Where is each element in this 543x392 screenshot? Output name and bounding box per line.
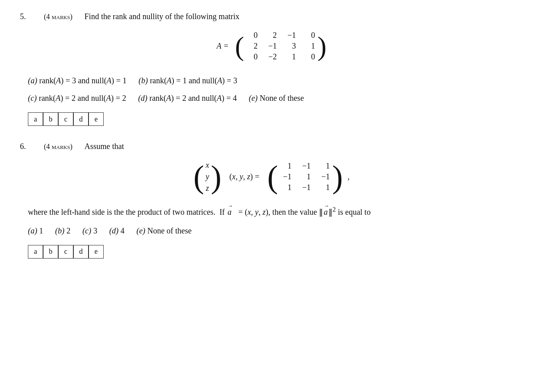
question-5-header: 5. (4 marks) Find the rank and nullity o… — [20, 12, 523, 21]
q6-answer-box-d[interactable]: d — [73, 245, 89, 259]
matrix-cell: 1 — [280, 161, 291, 171]
q6-col-vec-label: (x, y, z) = — [229, 172, 259, 181]
q6-matrix-eq: ( x y z ) (x, y, z) = ( 1 −1 1 — [193, 161, 350, 193]
matrix-row: 1 −1 1 — [280, 183, 330, 192]
matrix-cell: 0 — [304, 31, 315, 40]
q5-options-row1: (a) rank(A) = 3 and null(A) = 1 (b) rank… — [28, 73, 523, 88]
q5-matrix-eq: A = ( 0 2 −1 0 2 −1 3 1 — [216, 31, 327, 61]
q6-option-a: (a) 1 — [28, 223, 43, 239]
q5-matrix-container: A = ( 0 2 −1 0 2 −1 3 1 — [20, 31, 523, 61]
matrix-row: −1 1 −1 — [280, 172, 330, 181]
matrix-cell: 1 — [285, 52, 296, 61]
q6-matrix3x3-rows: 1 −1 1 −1 1 −1 1 −1 1 — [280, 161, 330, 192]
q5-answer-box-b[interactable]: b — [43, 112, 58, 126]
q6-answer-box-c[interactable]: c — [58, 245, 73, 259]
q6-description-block: where the left-hand side is the the prod… — [28, 204, 515, 219]
matrix-cell: −1 — [319, 172, 330, 181]
q5-matrix-bracket: ( 0 2 −1 0 2 −1 3 1 0 — [235, 31, 327, 61]
matrix-row: 1 −1 1 — [280, 161, 330, 171]
matrix-cell: 1 — [280, 183, 291, 192]
q5-marks: (4 marks) — [44, 12, 73, 21]
q5-answer-boxes: a b c d e — [28, 112, 523, 126]
matrix-cell: 1 — [304, 41, 315, 51]
matrix-cell: 0 — [304, 52, 315, 61]
matrix-row: 0 2 −1 0 — [246, 31, 315, 40]
q5-bracket-left: ( — [235, 33, 244, 60]
q6-col-vec-bracket: ( x y z ) — [193, 161, 221, 193]
col-vec-z: z — [206, 184, 209, 193]
q6-marks: (4 marks) — [44, 142, 73, 151]
q6-option-d: (d) 4 — [109, 223, 124, 239]
q6-text: Assume that — [85, 142, 124, 151]
q6-option-e: (e) None of these — [136, 223, 191, 239]
q6-answer-box-e[interactable]: e — [89, 245, 104, 259]
q5-bracket-right: ) — [317, 33, 327, 60]
matrix-row: 2 −1 3 1 — [246, 41, 315, 51]
q5-matrix-label: A = — [216, 41, 228, 51]
q5-option-e: (e) None of these — [249, 90, 304, 106]
q5-option-d: (d) rank(A) = 2 and null(A) = 4 — [138, 90, 237, 106]
q5-option-a: (a) rank(A) = 3 and null(A) = 1 — [28, 73, 127, 88]
matrix-cell: 1 — [319, 161, 330, 171]
matrix-cell: 2 — [246, 41, 258, 51]
matrix-cell: 2 — [266, 31, 277, 40]
q5-option-b: (b) rank(A) = 1 and null(A) = 3 — [139, 73, 238, 88]
q5-answer-box-d[interactable]: d — [73, 112, 89, 126]
q5-answer-box-e[interactable]: e — [89, 112, 104, 126]
col-vec-y: y — [206, 172, 209, 181]
q6-matrix3x3-bracket: ( 1 −1 1 −1 1 −1 1 −1 1 — [268, 161, 343, 193]
q6-answer-boxes: a b c d e — [28, 245, 523, 259]
q6-description: where the left-hand side is the the prod… — [28, 204, 515, 219]
matrix-cell: −1 — [299, 183, 311, 192]
q6-col-bracket-left: ( — [193, 161, 204, 193]
question-6: 6. (4 marks) Assume that ( x y z ) (x, y… — [20, 142, 523, 259]
q6-answer-box-b[interactable]: b — [43, 245, 58, 259]
matrix-cell: 3 — [285, 41, 296, 51]
matrix-cell: 0 — [246, 52, 258, 61]
q5-option-c: (c) rank(A) = 2 and null(A) = 2 — [28, 90, 126, 106]
q6-option-c: (c) 3 — [83, 223, 97, 239]
q6-number: 6. — [20, 142, 32, 151]
q5-answer-box-a[interactable]: a — [28, 112, 43, 126]
matrix-cell: −1 — [266, 41, 277, 51]
q6-comma: , — [348, 172, 350, 181]
q6-3x3-bracket-left: ( — [268, 161, 278, 193]
question-5: 5. (4 marks) Find the rank and nullity o… — [20, 12, 523, 126]
q5-number: 5. — [20, 12, 32, 21]
matrix-cell: 1 — [299, 172, 311, 181]
q6-option-b: (b) 2 — [55, 223, 70, 239]
q6-options: (a) 1 (b) 2 (c) 3 (d) 4 (e) None of thes… — [28, 223, 523, 239]
question-6-header: 6. (4 marks) Assume that — [20, 142, 523, 151]
matrix-cell: −2 — [266, 52, 277, 61]
q5-answer-box-c[interactable]: c — [58, 112, 73, 126]
q5-options: (a) rank(A) = 3 and null(A) = 1 (b) rank… — [28, 73, 523, 106]
matrix-cell: 0 — [246, 31, 258, 40]
matrix-cell: −1 — [299, 161, 311, 171]
q5-matrix-rows: 0 2 −1 0 2 −1 3 1 0 −2 1 — [246, 31, 315, 61]
q6-3x3-bracket-right: ) — [332, 161, 343, 193]
q6-col-bracket-right: ) — [211, 161, 222, 193]
q6-answer-box-a[interactable]: a — [28, 245, 43, 259]
q6-options-row1: (a) 1 (b) 2 (c) 3 (d) 4 (e) None of thes… — [28, 223, 523, 239]
col-vec-x: x — [206, 161, 209, 170]
q6-matrix-container: ( x y z ) (x, y, z) = ( 1 −1 1 — [20, 161, 523, 193]
q5-text: Find the rank and nullity of the followi… — [85, 12, 240, 21]
q5-options-row2: (c) rank(A) = 2 and null(A) = 2 (d) rank… — [28, 90, 523, 106]
matrix-row: 0 −2 1 0 — [246, 52, 315, 61]
matrix-cell: −1 — [280, 172, 291, 181]
q6-col-vec-rows: x y z — [206, 161, 209, 193]
matrix-cell: −1 — [285, 31, 296, 40]
matrix-cell: 1 — [319, 183, 330, 192]
